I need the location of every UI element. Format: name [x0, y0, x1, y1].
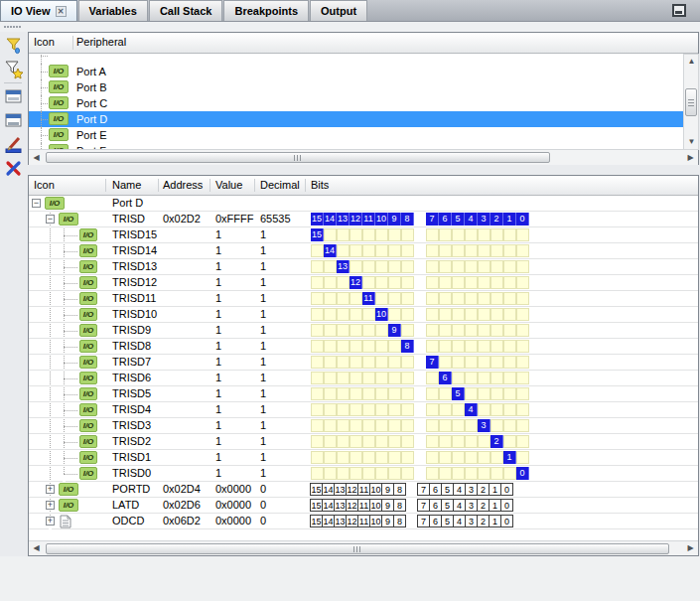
peripheral-vscrollbar[interactable]: ▲ ▼	[683, 54, 699, 150]
column-header[interactable]: Address	[163, 176, 203, 194]
bit-cell[interactable]	[516, 340, 529, 353]
column-header[interactable]: Bits	[311, 176, 329, 194]
minimize-panel-button[interactable]	[672, 4, 686, 17]
peripheral-hscrollbar[interactable]: ◀ ▶	[29, 149, 698, 165]
bit-cell[interactable]	[426, 372, 439, 384]
bit-cell[interactable]: 8	[393, 483, 406, 496]
bit-cell[interactable]	[439, 324, 452, 337]
bit-cell[interactable]	[439, 419, 452, 432]
bit-cell[interactable]	[490, 228, 503, 241]
peripheral-row[interactable]: I/OPort E	[29, 127, 684, 143]
bit-cell[interactable]	[311, 403, 324, 416]
bit-cell[interactable]	[465, 467, 478, 480]
bit-cell[interactable]	[452, 292, 465, 305]
bit-cell[interactable]	[516, 403, 529, 416]
column-header[interactable]: Icon	[34, 33, 55, 52]
bit-cell[interactable]	[503, 292, 516, 305]
bit-cell[interactable]	[516, 324, 529, 337]
bit-cell[interactable]	[516, 372, 529, 384]
bit-cell[interactable]: 8	[393, 515, 406, 527]
bit-cell[interactable]: 1	[503, 451, 516, 464]
column-header[interactable]: Name	[112, 176, 141, 194]
tab-output[interactable]: Output	[310, 0, 367, 21]
register-row[interactable]: I/OTRISD3113	[29, 418, 698, 434]
bit-cell[interactable]	[311, 260, 324, 273]
bit-cell[interactable]	[401, 372, 414, 384]
tab-breakpoints[interactable]: Breakpoints	[223, 0, 309, 21]
bit-cell[interactable]	[362, 435, 375, 448]
filter-icon[interactable]	[4, 36, 24, 56]
register-row[interactable]: +ODCD0x06D20x000001514131211109876543210	[29, 514, 698, 529]
bit-cell[interactable]	[516, 260, 529, 273]
bit-cell[interactable]: 2	[490, 213, 503, 225]
bit-cell[interactable]	[503, 435, 516, 448]
bit-cell[interactable]	[401, 228, 414, 241]
bit-cell[interactable]	[337, 435, 350, 448]
bit-cell[interactable]	[439, 467, 452, 480]
bit-cell[interactable]	[337, 372, 350, 384]
bit-cell[interactable]	[503, 260, 516, 273]
bit-cell[interactable]	[324, 387, 337, 400]
bit-cell[interactable]	[362, 276, 375, 289]
bit-cell[interactable]	[337, 419, 350, 432]
bit-cell[interactable]	[337, 292, 350, 305]
bit-cell[interactable]	[350, 403, 362, 416]
column-header[interactable]: Decimal	[260, 176, 300, 194]
bit-cell[interactable]	[452, 403, 465, 416]
bit-cell[interactable]	[388, 435, 401, 448]
bit-cell[interactable]	[439, 260, 452, 273]
register-row[interactable]: I/OTRISD101110	[29, 307, 698, 323]
bit-cell[interactable]	[516, 292, 529, 305]
scroll-right-icon[interactable]: ▶	[683, 151, 698, 165]
register-row[interactable]: I/OTRISD7117	[29, 355, 698, 371]
bit-cell[interactable]	[362, 260, 375, 273]
register-row[interactable]: I/OTRISD0110	[29, 466, 698, 482]
bit-cell[interactable]	[350, 260, 362, 273]
bit-cell[interactable]	[503, 340, 516, 353]
bit-cell[interactable]	[452, 419, 465, 432]
bit-cell[interactable]	[503, 419, 516, 432]
bit-cell[interactable]	[439, 292, 452, 305]
bit-cell[interactable]	[452, 260, 465, 273]
bit-cell[interactable]	[465, 419, 478, 432]
show-window-icon[interactable]	[4, 87, 24, 107]
bit-cell[interactable]	[426, 260, 439, 273]
bit-cell[interactable]	[439, 356, 452, 369]
bit-cell[interactable]	[426, 435, 439, 448]
column-header[interactable]: Value	[215, 176, 242, 194]
bit-cell[interactable]	[311, 276, 324, 289]
bit-cell[interactable]	[478, 356, 490, 369]
bit-cell[interactable]	[490, 372, 503, 384]
bit-cell[interactable]: 6	[439, 372, 452, 384]
bit-cell[interactable]	[465, 356, 478, 369]
bit-cell[interactable]	[362, 451, 375, 464]
bit-cell[interactable]	[311, 419, 324, 432]
bit-cell[interactable]	[452, 244, 465, 257]
bit-cell[interactable]	[350, 340, 362, 353]
bit-cell[interactable]	[375, 340, 388, 353]
close-tab-icon[interactable]: ✕	[56, 6, 67, 17]
bit-cell[interactable]	[426, 467, 439, 480]
bit-cell[interactable]: 0	[500, 483, 513, 496]
expander-toggle[interactable]: −	[46, 215, 55, 224]
bit-cell[interactable]	[401, 403, 414, 416]
bit-cell[interactable]	[311, 356, 324, 369]
peripheral-row[interactable]: I/OPort A	[29, 64, 684, 79]
bit-cell[interactable]	[426, 228, 439, 241]
peripheral-row[interactable]: I/O	[29, 54, 684, 64]
bit-cell[interactable]	[350, 324, 362, 337]
bit-cell[interactable]	[490, 467, 503, 480]
bit-cell[interactable]: 13	[337, 213, 350, 225]
bit-cell[interactable]	[516, 276, 529, 289]
bit-cell[interactable]: 3	[478, 419, 490, 432]
bit-cell[interactable]	[388, 292, 401, 305]
bit-cell[interactable]	[362, 419, 375, 432]
expander-toggle[interactable]: +	[46, 517, 55, 526]
bit-cell[interactable]	[375, 276, 388, 289]
bit-cell[interactable]	[401, 356, 414, 369]
bit-cell[interactable]	[311, 467, 324, 480]
bit-cell[interactable]: 12	[350, 213, 362, 225]
bit-cell[interactable]: 11	[362, 213, 375, 225]
bit-cell[interactable]	[401, 276, 414, 289]
bit-cell[interactable]	[362, 403, 375, 416]
